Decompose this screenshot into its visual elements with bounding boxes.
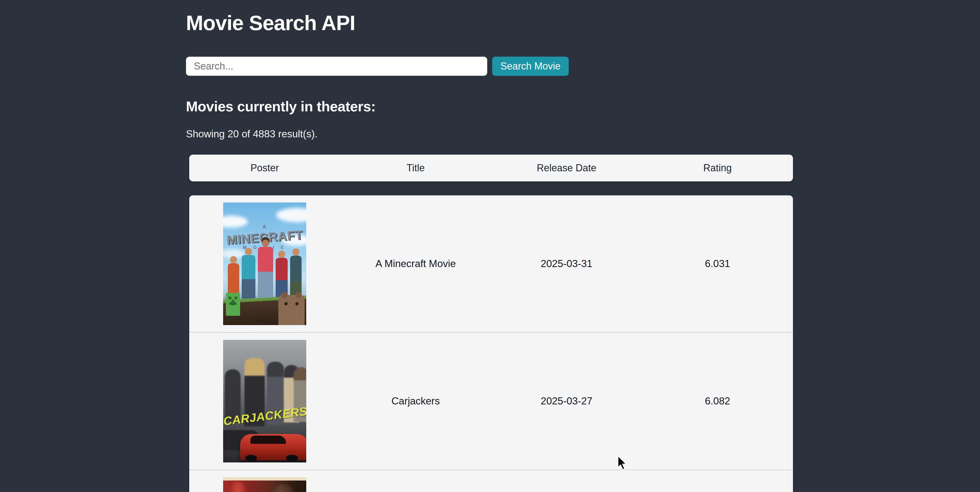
partially-visible-movie-poster <box>223 477 306 492</box>
movie-title: A Minecraft Movie <box>340 258 491 270</box>
poster-top-band <box>223 477 306 481</box>
table-row[interactable]: CARJACKERS Carjackers 2025-03-27 6.082 <box>189 333 793 470</box>
movie-release-date: 2025-03-27 <box>491 395 642 407</box>
poster-cell: CARJACKERS <box>189 340 340 462</box>
character-shape <box>242 255 255 299</box>
column-header-title: Title <box>340 162 491 174</box>
column-header-poster: Poster <box>189 162 340 174</box>
poster-cell <box>189 477 340 492</box>
column-header-release-date: Release Date <box>491 162 642 174</box>
minecraft-movie-poster: A MINECRAFT M O V I E <box>223 203 306 325</box>
table-row[interactable]: A MINECRAFT M O V I E A <box>189 195 793 333</box>
results-summary: Showing 20 of 4883 result(s). <box>186 128 795 140</box>
mouse-cursor <box>617 455 629 472</box>
red-car-shape <box>240 434 306 460</box>
movie-rating: 6.082 <box>642 395 793 407</box>
character-shape <box>290 256 302 299</box>
search-movie-button[interactable]: Search Movie <box>492 57 569 76</box>
movie-title: Carjackers <box>340 395 491 407</box>
movie-table: A MINECRAFT M O V I E A <box>189 195 793 492</box>
search-bar: Search Movie <box>186 57 795 76</box>
poster-title-line: A <box>263 224 267 230</box>
character-shape <box>258 247 273 299</box>
movie-rating: 6.031 <box>642 258 793 270</box>
search-input[interactable] <box>186 57 487 76</box>
poster-characters <box>223 247 306 299</box>
main-content: Movie Search API Search Movie Movies cur… <box>186 0 795 492</box>
page-title: Movie Search API <box>186 0 795 35</box>
column-header-rating: Rating <box>642 162 793 174</box>
movie-release-date: 2025-03-31 <box>491 258 642 270</box>
red-figure-shape <box>228 482 247 492</box>
table-row[interactable] <box>189 470 793 492</box>
wolf-shape <box>278 295 305 325</box>
poster-cell: A MINECRAFT M O V I E <box>189 203 340 325</box>
table-header: Poster Title Release Date Rating <box>189 155 793 181</box>
face-shape <box>271 484 295 492</box>
carjackers-movie-poster: CARJACKERS <box>223 340 306 462</box>
creeper-shape <box>226 293 240 316</box>
section-heading: Movies currently in theaters: <box>186 98 795 115</box>
